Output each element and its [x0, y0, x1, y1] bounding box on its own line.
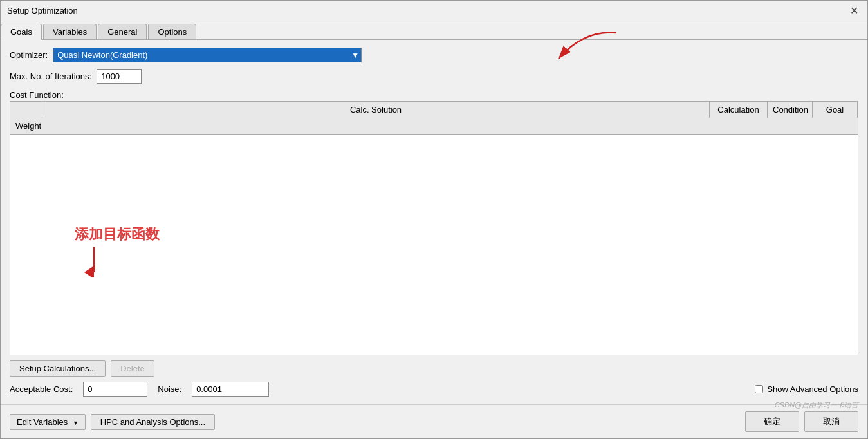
cancel-button[interactable]: 取消 [804, 411, 858, 432]
edit-variables-button[interactable]: Edit Variables ▼ [10, 414, 86, 430]
cost-function-area: Cost Function: Calc. Solution C [10, 90, 858, 397]
delete-button[interactable]: Delete [111, 360, 154, 377]
close-button[interactable]: ✕ [847, 5, 861, 17]
tab-goals[interactable]: Goals [1, 24, 42, 40]
noise-label: Noise: [158, 384, 181, 394]
optimizer-label: Optimizer: [10, 50, 48, 60]
optimizer-row: Optimizer: Quasi Newton(Gradient) Gradie… [10, 48, 858, 62]
show-advanced-row: Show Advanced Options [755, 384, 858, 394]
setup-delete-buttons: Setup Calculations... Delete [10, 360, 858, 377]
max-iterations-row: Max. No. of Iterations: [10, 69, 858, 84]
table-body: 添加目标函数 [10, 135, 858, 355]
col-calculation: Calculation [710, 102, 768, 118]
dropdown-triangle-icon: ▼ [73, 420, 78, 426]
max-iterations-label: Max. No. of Iterations: [10, 71, 91, 81]
main-content: Optimizer: Quasi Newton(Gradient) Gradie… [1, 40, 867, 404]
optimizer-select-wrapper: Quasi Newton(Gradient) Gradient Descent … [53, 48, 362, 62]
watermark: CSDN@自由学习一卡语言 [775, 400, 858, 410]
annotation-text: 添加目标函数 [75, 225, 160, 244]
window-title: Setup Optimization [7, 6, 78, 15]
col-weight: Weight [10, 118, 42, 134]
title-bar: Setup Optimization ✕ [1, 1, 867, 21]
annotation-container: 添加目标函数 [75, 225, 160, 277]
col-index [10, 102, 42, 118]
tab-options[interactable]: Options [148, 24, 196, 39]
max-iterations-input[interactable] [97, 69, 142, 84]
tabs-bar: Goals Variables General Options [1, 21, 867, 40]
table-header: Calc. Solution Calculation Condition Goa… [10, 102, 858, 135]
cost-function-label: Cost Function: [10, 90, 858, 100]
acceptable-cost-label: Acceptable Cost: [10, 384, 73, 394]
bottom-left-buttons: Edit Variables ▼ HPC and Analysis Option… [10, 414, 215, 430]
acceptable-noise-row: Acceptable Cost: Noise: Show Advanced Op… [10, 382, 858, 397]
show-advanced-label: Show Advanced Options [767, 384, 858, 394]
cost-function-table: Calc. Solution Calculation Condition Goa… [10, 101, 858, 355]
hpc-options-button[interactable]: HPC and Analysis Options... [91, 414, 215, 430]
col-calc-solution: Calc. Solution [42, 102, 710, 118]
tab-variables[interactable]: Variables [43, 24, 97, 39]
optimizer-select[interactable]: Quasi Newton(Gradient) Gradient Descent … [53, 48, 362, 62]
col-condition: Condition [768, 102, 813, 118]
tab-general[interactable]: General [98, 24, 147, 39]
bottom-right-buttons: 确定 取消 [745, 411, 858, 432]
noise-input[interactable] [192, 382, 269, 397]
bottom-bar: Edit Variables ▼ HPC and Analysis Option… [1, 404, 867, 438]
setup-calculations-button[interactable]: Setup Calculations... [10, 360, 106, 377]
confirm-button[interactable]: 确定 [745, 411, 799, 432]
show-advanced-checkbox-row: Show Advanced Options [755, 384, 858, 394]
acceptable-cost-input[interactable] [83, 382, 147, 397]
show-advanced-checkbox[interactable] [755, 385, 763, 393]
setup-optimization-window: Setup Optimization ✕ Goals Variables Gen… [0, 0, 868, 439]
col-goal: Goal [813, 102, 858, 118]
